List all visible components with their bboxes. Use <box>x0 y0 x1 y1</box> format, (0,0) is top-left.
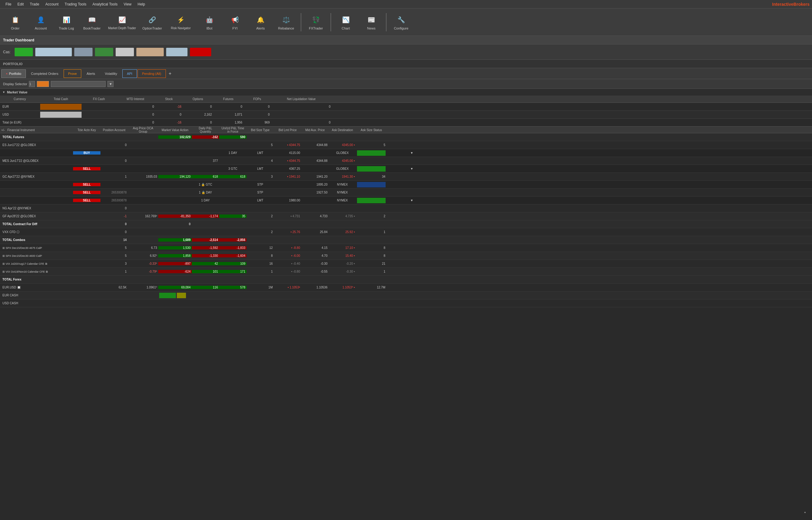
spx4675-bid: • -8.80 <box>274 246 301 250</box>
alerts-button[interactable]: 🔔 Alerts <box>248 10 273 34</box>
news-button[interactable]: 📰 News <box>359 10 383 34</box>
menu-help[interactable]: Help <box>134 1 148 8</box>
vix-jul20-upnl: 109 <box>219 262 247 265</box>
market-value-eur-row: EUR 0 -16 0 0 0 0 <box>0 103 812 111</box>
tab-api[interactable]: API <box>122 69 137 78</box>
vxx-symbol: VXX CFD ⓘ <box>0 230 73 234</box>
display-text-input[interactable] <box>51 81 106 87</box>
tab-bar: × Portfolio Completed Orders Prove Alert… <box>0 68 812 79</box>
menu-trading-tools[interactable]: Trading Tools <box>61 1 89 8</box>
market-value-title: Market Value <box>7 90 27 94</box>
gc-sell1-action[interactable]: SELL <box>73 183 100 186</box>
es-ask: 4345.00 • <box>329 143 356 147</box>
gc-sell2-price: 1927.50 <box>301 191 329 194</box>
account-button[interactable]: 👤 Account <box>29 10 53 34</box>
tab-volatility[interactable]: Volatility <box>100 69 122 78</box>
market-depth-icon: 📈 <box>117 14 128 25</box>
spx4600-symbol: ⊞ SPX Dec15/Dec30 4600 CalP <box>0 254 73 257</box>
page-title: Trader Dashboard <box>3 38 34 42</box>
trade-log-button[interactable]: 📊 Trade Log <box>54 10 78 34</box>
menu-account[interactable]: Account <box>42 1 61 8</box>
tab-portfolio[interactable]: × Portfolio <box>1 69 26 78</box>
gc-sell3-action[interactable]: SELL <box>73 199 100 202</box>
spx4600-bid: • -6.00 <box>274 254 301 257</box>
mes-row: MES Jun17'22 @GLOBEX 0 377 4 • 4344.75 4… <box>0 157 812 165</box>
gc-sell2-type: STP <box>247 191 274 194</box>
vix-jul20-mid: -0.30 <box>301 262 329 265</box>
menu-analytical-tools[interactable]: Analytical Tools <box>90 1 121 8</box>
eurusd-bid-sz: 1M <box>247 286 274 289</box>
es-buy-action[interactable]: BUY <box>73 151 100 155</box>
tab-prove[interactable]: Prove <box>64 69 81 78</box>
menu-trade[interactable]: Trade <box>27 1 42 8</box>
vxx-position: 0 <box>100 230 128 234</box>
gf-market-value: -81,350 <box>158 214 192 218</box>
order-button[interactable]: 📋 Order <box>3 10 27 34</box>
fyi-button[interactable]: 📢 FYI <box>223 10 247 34</box>
mv-eur-netliq: 0 <box>271 105 332 108</box>
fxtrader-icon: 💱 <box>310 14 322 25</box>
gc-sell2-tif: 1 🔒 DAY <box>192 191 219 194</box>
risk-navigator-button[interactable]: ⚡ Risk Navigator <box>166 10 196 34</box>
risk-navigator-icon: ⚡ <box>175 14 186 25</box>
vix-jul20-bid: • -0.40 <box>274 262 301 265</box>
news-icon: 📰 <box>366 14 377 25</box>
market-depth-button[interactable]: 📈 Market Depth Trader <box>105 10 139 34</box>
spx4675-upnl: -1,833 <box>219 246 247 250</box>
vix-jul20-symbol: ⊞ VIX Jul20/Aug17 Calendar CFE 🗎 <box>0 262 73 265</box>
fxtrader-button[interactable]: 💱 FXTrader <box>304 10 328 34</box>
gc-sell2-action[interactable]: SELL <box>73 191 100 194</box>
ibot-button[interactable]: 🤖 IBot <box>197 10 222 34</box>
spx4600-position: 5 <box>100 254 128 257</box>
col-fx-cash: FX Cash <box>82 97 116 101</box>
col-futures: Futures <box>213 97 244 101</box>
usd-cash-row: USD CASH <box>0 300 812 307</box>
tab-alerts[interactable]: Alerts <box>82 69 100 78</box>
display-selector-input[interactable] <box>29 81 35 87</box>
eurusd-mv: 69,084 <box>158 286 192 289</box>
tab-pending[interactable]: Pending (All) <box>137 69 166 78</box>
mes-bid-size: 4 <box>247 159 274 162</box>
gc-sell2-qty: 265300878 <box>100 191 128 194</box>
rebalance-button[interactable]: ⚖️ Rebalance <box>274 10 298 34</box>
gf-bid-size: 2 <box>247 214 274 218</box>
vxx-ask: 25.92 • <box>329 230 356 234</box>
es-symbol: ES Jun17'22 @GLOBEX <box>0 143 73 147</box>
spx4600-bid-sz: 8 <box>247 254 274 257</box>
es-row: ES Jun17'22 @GLOBEX 0 5 • 4344.75 4344.8… <box>0 141 812 149</box>
app-logo: InteractiveBrokers <box>772 2 810 7</box>
menu-file[interactable]: File <box>2 1 14 8</box>
chart-button[interactable]: 📉 Chart <box>334 10 358 34</box>
mv-total-futures: 1,956 <box>213 121 244 124</box>
menu-edit[interactable]: Edit <box>14 1 27 8</box>
fyi-icon: 📢 <box>229 14 240 25</box>
gf-symbol: GF Apr28'22 @GLOBEX <box>0 214 73 218</box>
tab-volatility-label: Volatility <box>105 72 117 75</box>
gc-symbol: GC Apr27'22 @NYMEX <box>0 175 73 178</box>
display-dropdown-arrow[interactable]: ▼ <box>107 81 113 87</box>
portfolio-label: PORTFOLIO <box>3 62 23 66</box>
vix-oct19-symbol: ⊞ VIX Oct19/Nov16 Calendar CFE 🗎 <box>0 270 73 273</box>
vix-oct19-position: 1 <box>100 270 128 273</box>
mes-sell-dest: GLOBEX <box>329 167 356 171</box>
market-value-header[interactable]: ▼ Market Value <box>0 89 812 96</box>
ph-avg-price: Avg Price OCA Group <box>128 127 158 133</box>
gc-sell1-row: SELL 1 🔒 GTC STP 1895.20 NYMEX <box>0 181 812 189</box>
chart-icon: 📉 <box>340 14 351 25</box>
tab-completed-orders[interactable]: Completed Orders <box>26 69 63 78</box>
ph-tckr-actn: Tckr Actn Key <box>73 128 100 132</box>
eurusd-ask: 1.1053⁹ • <box>329 286 356 289</box>
vix-jul20-avg-price: -0.33⁶ <box>128 262 158 265</box>
booktrader-button[interactable]: 📖 BookTrader <box>80 10 104 34</box>
ng-row: NG Apr'22 @NYMEX 0 <box>0 205 812 212</box>
portfolio-col-header-row1: +/- Financial Instrument Tckr Actn Key P… <box>0 127 812 133</box>
menu-view[interactable]: View <box>121 1 134 8</box>
mv-total-currency: Total (in EUR) <box>0 121 40 124</box>
tforex-label: TOTAL Forex <box>0 278 73 281</box>
mes-sell-action[interactable]: SELL <box>73 167 100 171</box>
spx4600-avg-price: 6.92⁵ <box>128 254 158 257</box>
configure-button[interactable]: 🔧 Configure <box>389 10 413 34</box>
spx4600-mid: 4.70 <box>301 254 329 257</box>
tab-add[interactable]: + <box>167 70 174 77</box>
optiontrader-button[interactable]: 🔗 OptionTrader <box>140 10 164 34</box>
